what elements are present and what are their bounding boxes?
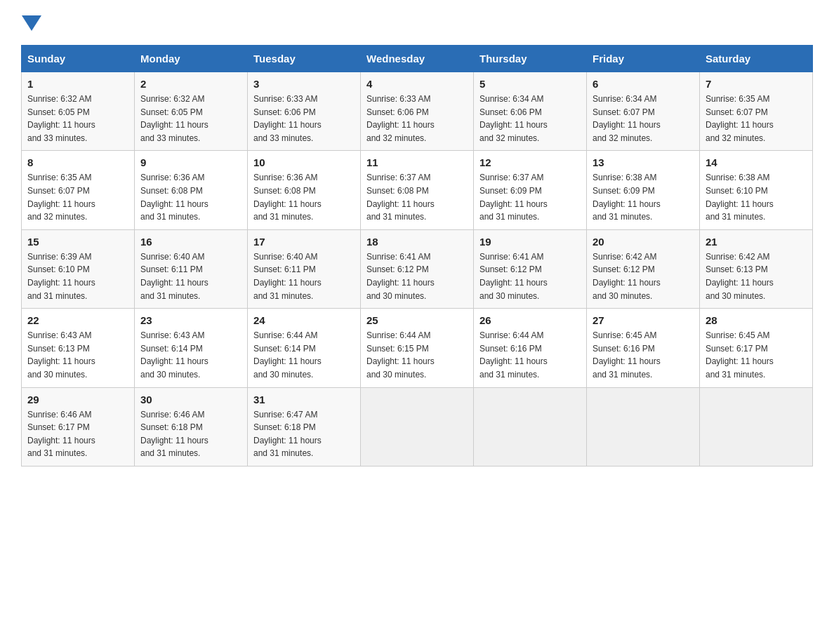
day-info: Sunrise: 6:34 AM Sunset: 6:07 PM Dayligh…: [593, 93, 694, 145]
calendar-cell: 18 Sunrise: 6:41 AM Sunset: 6:12 PM Dayl…: [361, 229, 474, 308]
calendar-cell: 9 Sunrise: 6:36 AM Sunset: 6:08 PM Dayli…: [135, 151, 248, 229]
day-info: Sunrise: 6:37 AM Sunset: 6:08 PM Dayligh…: [366, 171, 468, 223]
day-number: 1: [27, 78, 128, 90]
calendar-cell: 11 Sunrise: 6:37 AM Sunset: 6:08 PM Dayl…: [361, 151, 474, 229]
day-number: 21: [706, 236, 807, 248]
calendar-cell: [587, 387, 700, 466]
calendar-week-row: 22 Sunrise: 6:43 AM Sunset: 6:13 PM Dayl…: [22, 309, 813, 387]
calendar-cell: 10 Sunrise: 6:36 AM Sunset: 6:08 PM Dayl…: [248, 151, 361, 229]
calendar-cell: 4 Sunrise: 6:33 AM Sunset: 6:06 PM Dayli…: [361, 72, 474, 151]
calendar-cell: 21 Sunrise: 6:42 AM Sunset: 6:13 PM Dayl…: [700, 229, 813, 308]
day-info: Sunrise: 6:43 AM Sunset: 6:13 PM Dayligh…: [27, 329, 128, 381]
day-info: Sunrise: 6:39 AM Sunset: 6:10 PM Dayligh…: [27, 250, 128, 302]
day-number: 29: [27, 394, 128, 405]
calendar-cell: 8 Sunrise: 6:35 AM Sunset: 6:07 PM Dayli…: [22, 151, 135, 229]
day-info: Sunrise: 6:46 AM Sunset: 6:18 PM Dayligh…: [140, 408, 241, 460]
calendar-cell: 24 Sunrise: 6:44 AM Sunset: 6:14 PM Dayl…: [248, 309, 361, 387]
weekday-header-friday: Friday: [587, 46, 700, 72]
weekday-header-wednesday: Wednesday: [361, 46, 474, 72]
calendar-cell: 13 Sunrise: 6:38 AM Sunset: 6:09 PM Dayl…: [587, 151, 700, 229]
day-number: 16: [140, 236, 241, 248]
calendar-week-row: 8 Sunrise: 6:35 AM Sunset: 6:07 PM Dayli…: [22, 151, 813, 229]
day-info: Sunrise: 6:40 AM Sunset: 6:11 PM Dayligh…: [253, 250, 355, 302]
day-number: 13: [593, 156, 694, 168]
day-info: Sunrise: 6:45 AM Sunset: 6:17 PM Dayligh…: [706, 329, 807, 381]
day-info: Sunrise: 6:36 AM Sunset: 6:08 PM Dayligh…: [253, 171, 355, 223]
calendar-cell: 25 Sunrise: 6:44 AM Sunset: 6:15 PM Dayl…: [361, 309, 474, 387]
day-info: Sunrise: 6:47 AM Sunset: 6:18 PM Dayligh…: [253, 408, 355, 460]
weekday-header-thursday: Thursday: [474, 46, 587, 72]
calendar-cell: 26 Sunrise: 6:44 AM Sunset: 6:16 PM Dayl…: [474, 309, 587, 387]
day-info: Sunrise: 6:44 AM Sunset: 6:14 PM Dayligh…: [253, 329, 355, 381]
calendar-cell: 12 Sunrise: 6:37 AM Sunset: 6:09 PM Dayl…: [474, 151, 587, 229]
day-number: 25: [366, 314, 468, 326]
day-number: 4: [366, 78, 468, 90]
day-number: 14: [706, 156, 807, 168]
logo-triangle-icon: [22, 15, 41, 31]
day-info: Sunrise: 6:35 AM Sunset: 6:07 PM Dayligh…: [706, 93, 807, 145]
day-number: 8: [27, 156, 128, 168]
calendar-cell: 30 Sunrise: 6:46 AM Sunset: 6:18 PM Dayl…: [135, 387, 248, 466]
day-number: 20: [593, 236, 694, 248]
day-number: 23: [140, 314, 241, 326]
day-info: Sunrise: 6:43 AM Sunset: 6:14 PM Dayligh…: [140, 329, 241, 381]
day-info: Sunrise: 6:41 AM Sunset: 6:12 PM Dayligh…: [479, 250, 581, 302]
weekday-header-sunday: Sunday: [22, 46, 135, 72]
calendar-cell: 31 Sunrise: 6:47 AM Sunset: 6:18 PM Dayl…: [248, 387, 361, 466]
day-number: 30: [140, 394, 241, 405]
day-info: Sunrise: 6:36 AM Sunset: 6:08 PM Dayligh…: [140, 171, 241, 223]
day-info: Sunrise: 6:34 AM Sunset: 6:06 PM Dayligh…: [479, 93, 581, 145]
day-number: 24: [253, 314, 355, 326]
calendar-cell: 7 Sunrise: 6:35 AM Sunset: 6:07 PM Dayli…: [700, 72, 813, 151]
day-number: 19: [479, 236, 581, 248]
calendar-cell: 3 Sunrise: 6:33 AM Sunset: 6:06 PM Dayli…: [248, 72, 361, 151]
day-info: Sunrise: 6:33 AM Sunset: 6:06 PM Dayligh…: [253, 93, 355, 145]
calendar-cell: 23 Sunrise: 6:43 AM Sunset: 6:14 PM Dayl…: [135, 309, 248, 387]
calendar-cell: 15 Sunrise: 6:39 AM Sunset: 6:10 PM Dayl…: [22, 229, 135, 308]
calendar-cell: 14 Sunrise: 6:38 AM Sunset: 6:10 PM Dayl…: [700, 151, 813, 229]
day-number: 18: [366, 236, 468, 248]
calendar-week-row: 1 Sunrise: 6:32 AM Sunset: 6:05 PM Dayli…: [22, 72, 813, 151]
calendar-cell: 2 Sunrise: 6:32 AM Sunset: 6:05 PM Dayli…: [135, 72, 248, 151]
calendar-cell: 1 Sunrise: 6:32 AM Sunset: 6:05 PM Dayli…: [22, 72, 135, 151]
day-number: 2: [140, 78, 241, 90]
day-info: Sunrise: 6:35 AM Sunset: 6:07 PM Dayligh…: [27, 171, 128, 223]
day-number: 9: [140, 156, 241, 168]
day-info: Sunrise: 6:44 AM Sunset: 6:15 PM Dayligh…: [366, 329, 468, 381]
day-info: Sunrise: 6:38 AM Sunset: 6:09 PM Dayligh…: [593, 171, 694, 223]
day-number: 28: [706, 314, 807, 326]
day-number: 10: [253, 156, 355, 168]
calendar-cell: 17 Sunrise: 6:40 AM Sunset: 6:11 PM Dayl…: [248, 229, 361, 308]
day-info: Sunrise: 6:40 AM Sunset: 6:11 PM Dayligh…: [140, 250, 241, 302]
calendar-cell: [474, 387, 587, 466]
day-info: Sunrise: 6:41 AM Sunset: 6:12 PM Dayligh…: [366, 250, 468, 302]
day-info: Sunrise: 6:46 AM Sunset: 6:17 PM Dayligh…: [27, 408, 128, 460]
calendar-cell: 29 Sunrise: 6:46 AM Sunset: 6:17 PM Dayl…: [22, 387, 135, 466]
day-info: Sunrise: 6:37 AM Sunset: 6:09 PM Dayligh…: [479, 171, 581, 223]
calendar-cell: 16 Sunrise: 6:40 AM Sunset: 6:11 PM Dayl…: [135, 229, 248, 308]
day-number: 26: [479, 314, 581, 326]
weekday-header-saturday: Saturday: [700, 46, 813, 72]
calendar-cell: 22 Sunrise: 6:43 AM Sunset: 6:13 PM Dayl…: [22, 309, 135, 387]
day-number: 12: [479, 156, 581, 168]
calendar-table: SundayMondayTuesdayWednesdayThursdayFrid…: [21, 45, 813, 467]
calendar-cell: 6 Sunrise: 6:34 AM Sunset: 6:07 PM Dayli…: [587, 72, 700, 151]
day-number: 17: [253, 236, 355, 248]
day-info: Sunrise: 6:32 AM Sunset: 6:05 PM Dayligh…: [27, 93, 128, 145]
day-info: Sunrise: 6:44 AM Sunset: 6:16 PM Dayligh…: [479, 329, 581, 381]
day-info: Sunrise: 6:32 AM Sunset: 6:05 PM Dayligh…: [140, 93, 241, 145]
day-info: Sunrise: 6:42 AM Sunset: 6:13 PM Dayligh…: [706, 250, 807, 302]
day-number: 27: [593, 314, 694, 326]
calendar-cell: 5 Sunrise: 6:34 AM Sunset: 6:06 PM Dayli…: [474, 72, 587, 151]
calendar-cell: [700, 387, 813, 466]
calendar-cell: [361, 387, 474, 466]
calendar-cell: 19 Sunrise: 6:41 AM Sunset: 6:12 PM Dayl…: [474, 229, 587, 308]
day-info: Sunrise: 6:33 AM Sunset: 6:06 PM Dayligh…: [366, 93, 468, 145]
day-number: 6: [593, 78, 694, 90]
day-info: Sunrise: 6:45 AM Sunset: 6:16 PM Dayligh…: [593, 329, 694, 381]
day-number: 5: [479, 78, 581, 90]
day-number: 15: [27, 236, 128, 248]
calendar-week-row: 29 Sunrise: 6:46 AM Sunset: 6:17 PM Dayl…: [22, 387, 813, 466]
day-number: 7: [706, 78, 807, 90]
day-info: Sunrise: 6:42 AM Sunset: 6:12 PM Dayligh…: [593, 250, 694, 302]
